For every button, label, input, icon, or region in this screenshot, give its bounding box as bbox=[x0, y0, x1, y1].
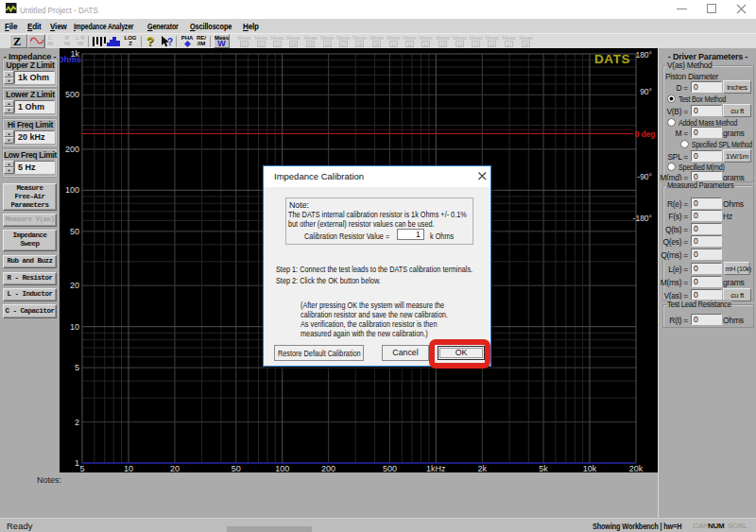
svg-text:2k: 2k bbox=[478, 464, 488, 472]
svg-text:50: 50 bbox=[70, 227, 79, 236]
svg-text:10: 10 bbox=[124, 464, 133, 472]
svg-text:20: 20 bbox=[70, 281, 79, 290]
svg-text:20: 20 bbox=[170, 464, 180, 472]
svg-text:100: 100 bbox=[65, 185, 79, 195]
svg-text:50: 50 bbox=[232, 464, 241, 472]
svg-text:10k: 10k bbox=[583, 464, 597, 472]
svg-text:200: 200 bbox=[321, 464, 335, 472]
svg-text:1kHz: 1kHz bbox=[426, 464, 446, 472]
svg-text:?: ? bbox=[167, 37, 173, 47]
svg-text:5: 5 bbox=[79, 464, 84, 472]
svg-text:500: 500 bbox=[383, 464, 397, 472]
svg-text:100: 100 bbox=[275, 464, 289, 472]
svg-text:DATS: DATS bbox=[594, 52, 630, 66]
svg-text:5k: 5k bbox=[539, 464, 548, 472]
svg-text:5: 5 bbox=[75, 363, 79, 372]
svg-text:180°: 180° bbox=[635, 50, 652, 60]
svg-text:Ohms: Ohms bbox=[60, 55, 81, 64]
svg-text:20k: 20k bbox=[629, 464, 644, 472]
svg-text:200: 200 bbox=[65, 145, 79, 154]
svg-text:2: 2 bbox=[75, 418, 79, 427]
svg-text:10: 10 bbox=[70, 322, 79, 332]
svg-text:500: 500 bbox=[65, 90, 79, 99]
svg-text:1: 1 bbox=[75, 458, 79, 468]
